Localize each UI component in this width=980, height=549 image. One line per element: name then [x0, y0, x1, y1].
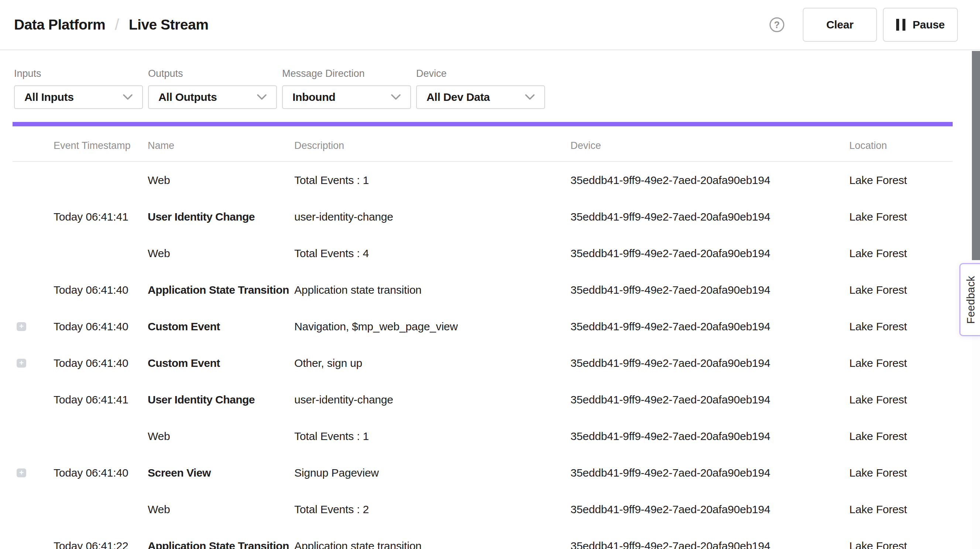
device-select-value: All Dev Data [426, 91, 490, 104]
plus-icon: + [19, 468, 24, 476]
chevron-down-icon [391, 94, 401, 100]
table-row[interactable]: + Today 06:41:40 Custom Event Other, sig… [13, 345, 953, 381]
location-cell: Lake Forest [849, 357, 953, 369]
plus-icon: + [19, 322, 24, 330]
outputs-select-value: All Outputs [158, 91, 217, 104]
event-description-cell: Signup Pageview [294, 467, 571, 479]
inputs-select[interactable]: All Inputs [14, 85, 143, 109]
event-timestamp-cell: Today 06:41:41 [54, 393, 148, 406]
device-id-cell: 35eddb41-9ff9-49e2-7aed-20afa90eb194 [571, 357, 849, 369]
device-id-cell: 35eddb41-9ff9-49e2-7aed-20afa90eb194 [571, 211, 849, 223]
event-description-cell: Application state transition [294, 540, 571, 549]
message-direction-select[interactable]: Inbound [282, 85, 411, 109]
expander-cell: + [13, 286, 54, 294]
chevron-down-icon [257, 94, 267, 100]
location-cell: Lake Forest [849, 430, 953, 443]
device-select[interactable]: All Dev Data [416, 85, 545, 109]
expander-cell: + [13, 468, 54, 477]
message-direction-filter-label: Message Direction [282, 68, 411, 79]
table-row[interactable]: + Web Total Events : 4 35eddb41-9ff9-49e… [13, 235, 953, 271]
table-row[interactable]: + Today 06:41:41 User Identity Change us… [13, 381, 953, 418]
chevron-down-icon [525, 94, 535, 100]
breadcrumb-data-platform[interactable]: Data Platform [14, 17, 105, 33]
event-description-cell: Other, sign up [294, 357, 571, 369]
event-stream-table: Event Timestamp Name Description Device … [13, 122, 953, 549]
message-direction-select-value: Inbound [293, 91, 335, 104]
device-id-cell: 35eddb41-9ff9-49e2-7aed-20afa90eb194 [571, 430, 849, 443]
column-header-event-timestamp: Event Timestamp [54, 140, 148, 152]
event-description-cell: Total Events : 1 [294, 174, 571, 187]
expander-cell: + [13, 212, 54, 221]
event-name-cell: Screen View [148, 467, 294, 479]
event-name-cell: Custom Event [148, 357, 294, 369]
breadcrumb: Data Platform / Live Stream [14, 16, 208, 34]
accent-bar [13, 122, 953, 126]
table-row[interactable]: + Today 06:41:41 User Identity Change us… [13, 198, 953, 235]
table-row[interactable]: + Today 06:41:40 Application State Trans… [13, 271, 953, 308]
expand-row-button[interactable]: + [17, 322, 26, 331]
event-description-cell: Navigation, $mp_web_page_view [294, 320, 571, 333]
feedback-tab[interactable]: Feedback [959, 263, 980, 336]
event-description-cell: Total Events : 4 [294, 247, 571, 260]
expand-row-button[interactable]: + [17, 359, 26, 368]
expander-cell: + [13, 395, 54, 404]
event-name-cell: Web [148, 174, 294, 187]
event-name-cell: Web [148, 247, 294, 260]
page-header: Data Platform / Live Stream ? Clear Paus… [0, 0, 980, 50]
table-row[interactable]: + Today 06:41:22 Application State Trans… [13, 528, 953, 549]
page-title: Live Stream [129, 17, 208, 33]
filter-inputs: Inputs All Inputs [14, 51, 143, 109]
pause-button[interactable]: Pause [883, 8, 958, 42]
event-name-cell: Web [148, 503, 294, 516]
event-name-cell: Web [148, 430, 294, 443]
event-timestamp-cell: Today 06:41:41 [54, 211, 148, 223]
location-cell: Lake Forest [849, 503, 953, 516]
event-description-cell: Total Events : 2 [294, 503, 571, 516]
device-id-cell: 35eddb41-9ff9-49e2-7aed-20afa90eb194 [571, 320, 849, 333]
filter-message-direction: Message Direction Inbound [282, 51, 411, 109]
table-row[interactable]: + Today 06:41:40 Custom Event Navigation… [13, 308, 953, 345]
filter-bar: Inputs All Inputs Outputs All Outputs Me… [14, 51, 545, 109]
event-name-cell: Custom Event [148, 320, 294, 333]
event-timestamp-cell: Today 06:41:40 [54, 357, 148, 369]
help-icon[interactable]: ? [770, 18, 784, 32]
event-name-cell: User Identity Change [148, 393, 294, 406]
table-body: + Web Total Events : 1 35eddb41-9ff9-49e… [13, 162, 953, 549]
device-id-cell: 35eddb41-9ff9-49e2-7aed-20afa90eb194 [571, 503, 849, 516]
feedback-tab-label: Feedback [965, 276, 977, 324]
plus-icon: + [19, 359, 24, 367]
pause-button-label: Pause [913, 19, 945, 31]
event-description-cell: Application state transition [294, 284, 571, 296]
device-id-cell: 35eddb41-9ff9-49e2-7aed-20afa90eb194 [571, 284, 849, 296]
live-stream-page: Data Platform / Live Stream ? Clear Paus… [0, 0, 980, 549]
expander-cell: + [13, 322, 54, 331]
device-filter-label: Device [416, 68, 545, 79]
table-row[interactable]: + Web Total Events : 1 35eddb41-9ff9-49e… [13, 418, 953, 455]
location-cell: Lake Forest [849, 284, 953, 296]
event-name-cell: User Identity Change [148, 211, 294, 223]
location-cell: Lake Forest [849, 393, 953, 406]
location-cell: Lake Forest [849, 247, 953, 260]
filter-device: Device All Dev Data [416, 51, 545, 109]
device-id-cell: 35eddb41-9ff9-49e2-7aed-20afa90eb194 [571, 393, 849, 406]
chevron-down-icon [123, 94, 132, 100]
table-row[interactable]: + Today 06:41:40 Screen View Signup Page… [13, 455, 953, 491]
table-row[interactable]: + Web Total Events : 2 35eddb41-9ff9-49e… [13, 491, 953, 528]
event-name-cell: Application State Transition [148, 540, 294, 549]
table-row[interactable]: + Web Total Events : 1 35eddb41-9ff9-49e… [13, 162, 953, 198]
expander-cell: + [13, 249, 54, 258]
outputs-filter-label: Outputs [148, 68, 277, 79]
vertical-scrollbar-thumb[interactable] [972, 51, 980, 260]
table-header-row: Event Timestamp Name Description Device … [13, 126, 953, 162]
expand-row-button[interactable]: + [17, 468, 26, 477]
expander-cell: + [13, 505, 54, 514]
outputs-select[interactable]: All Outputs [148, 85, 277, 109]
expander-cell: + [13, 176, 54, 185]
location-cell: Lake Forest [849, 320, 953, 333]
event-description-cell: Total Events : 1 [294, 430, 571, 443]
location-cell: Lake Forest [849, 540, 953, 549]
clear-button[interactable]: Clear [803, 8, 877, 42]
device-id-cell: 35eddb41-9ff9-49e2-7aed-20afa90eb194 [571, 540, 849, 549]
pause-icon [896, 19, 905, 31]
event-timestamp-cell: Today 06:41:40 [54, 320, 148, 333]
